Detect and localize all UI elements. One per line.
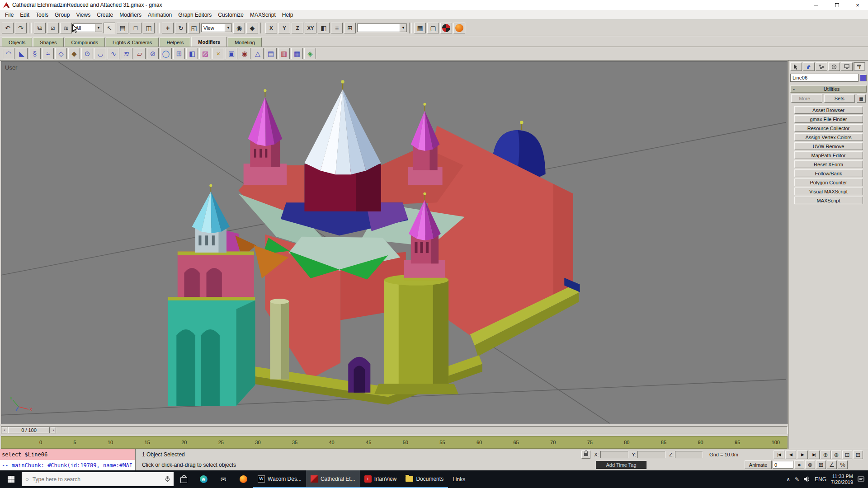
slice-modifier-icon[interactable]: ⊘: [147, 48, 159, 59]
schematic-view-icon[interactable]: ▦: [414, 23, 426, 33]
window-crossing-icon[interactable]: ◫: [143, 23, 155, 33]
utility-button[interactable]: Resource Collector: [794, 124, 863, 132]
previous-frame-arrow[interactable]: ‹: [2, 427, 7, 433]
select-and-rotate-icon[interactable]: ↻: [175, 23, 187, 33]
small-cylinder[interactable]: [270, 299, 289, 380]
utilities-tab[interactable]: [854, 62, 865, 71]
menu-item[interactable]: Views: [73, 10, 94, 19]
axis-constraint-button[interactable]: Z: [292, 23, 303, 33]
time-slider-handle[interactable]: 0 / 100: [8, 427, 50, 433]
reference-coordinate-dropdown[interactable]: View ▼: [201, 23, 232, 32]
menu-item[interactable]: Graph Editors: [175, 10, 215, 19]
taskbar-edge-button[interactable]: e: [193, 470, 213, 488]
x-coordinate-field[interactable]: [600, 451, 628, 458]
ffd-modifier-icon[interactable]: ◈: [304, 48, 316, 59]
maximize-button[interactable]: [826, 0, 847, 10]
upper-left-spire[interactable]: [244, 89, 287, 185]
utility-button[interactable]: Assign Vertex Colors: [794, 133, 863, 141]
sets-button[interactable]: Sets: [824, 94, 855, 103]
use-pivot-center-icon[interactable]: ◉: [233, 23, 245, 33]
taskbar-firefox-button[interactable]: [233, 470, 253, 488]
tab-objects[interactable]: Objects: [2, 38, 32, 47]
hierarchy-tab[interactable]: [816, 62, 827, 71]
tab-helpers[interactable]: Helpers: [160, 38, 190, 47]
modify-tab[interactable]: [803, 62, 815, 71]
menu-item[interactable]: Create: [94, 10, 116, 19]
taskbar-app-irfanview[interactable]: i IrfanView: [360, 470, 401, 488]
add-time-tag-button[interactable]: Add Time Tag: [596, 461, 646, 469]
close-button[interactable]: ×: [847, 0, 868, 10]
taskbar-mail-button[interactable]: ✉: [213, 470, 233, 488]
microphone-icon[interactable]: [165, 476, 170, 483]
select-by-name-icon[interactable]: ▤: [117, 23, 128, 33]
maximize-viewport-icon[interactable]: ⊞: [816, 460, 826, 469]
playback-button[interactable]: ▶|: [809, 450, 820, 459]
tab-modifiers[interactable]: Modifiers: [191, 37, 227, 47]
spherify-modifier-icon[interactable]: ◯: [160, 48, 172, 59]
animate-button[interactable]: Animate: [745, 460, 772, 469]
maxscript-mini-listener[interactable]: select $Line06 -- mainChunk: #Chunk(id:1…: [0, 449, 136, 470]
zoom-icon[interactable]: ⊕: [821, 450, 830, 459]
start-button[interactable]: [0, 470, 22, 488]
axis-constraint-button[interactable]: X: [265, 23, 277, 33]
utility-button[interactable]: MapPath Editor: [794, 151, 863, 159]
bind-to-space-warp-icon[interactable]: ≋: [60, 23, 72, 33]
menu-item[interactable]: Animation: [145, 10, 175, 19]
select-and-manipulate-icon[interactable]: ◆: [246, 23, 258, 33]
playback-button[interactable]: |◀: [774, 450, 784, 459]
ripple-modifier-icon[interactable]: ∿: [108, 48, 119, 59]
utility-button[interactable]: MAXScript: [794, 197, 863, 204]
chevron-down-icon[interactable]: ▼: [95, 24, 102, 32]
volume-icon[interactable]: [804, 476, 810, 482]
optimize-modifier-icon[interactable]: ◉: [239, 48, 250, 59]
menu-item[interactable]: Tools: [33, 10, 52, 19]
menu-item[interactable]: Customize: [215, 10, 247, 19]
tab-modeling[interactable]: Modeling: [228, 38, 262, 47]
squeeze-modifier-icon[interactable]: ◆: [68, 48, 80, 59]
track-view-icon[interactable]: ▢: [427, 23, 439, 33]
y-coordinate-field[interactable]: [637, 451, 665, 458]
menu-item[interactable]: Group: [52, 10, 73, 19]
redo-icon[interactable]: ↷: [15, 23, 27, 33]
utility-button[interactable]: Reset XForm: [794, 160, 863, 168]
key-mode-icon[interactable]: ●: [794, 460, 804, 469]
meshsmooth-modifier-icon[interactable]: ▣: [226, 48, 237, 59]
next-frame-arrow[interactable]: ›: [51, 427, 56, 433]
snap-toggle-icon[interactable]: ∠: [827, 460, 837, 469]
menu-item[interactable]: File: [2, 10, 17, 19]
percent-snap-icon[interactable]: %: [838, 460, 848, 469]
editmesh-modifier-icon[interactable]: ▥: [278, 48, 290, 59]
track-bar[interactable]: 0510152025303540455055606570758085909510…: [1, 436, 788, 449]
object-color-swatch[interactable]: [860, 75, 867, 81]
current-frame-field[interactable]: 0: [773, 461, 793, 469]
taskbar-links-toolbar[interactable]: Links: [448, 470, 470, 488]
viewport-3d-model[interactable]: [1, 61, 787, 424]
configure-button-sets-icon[interactable]: ▦: [857, 94, 866, 103]
displace-modifier-icon[interactable]: ▨: [199, 48, 211, 59]
tab-compounds[interactable]: Compounds: [65, 38, 105, 47]
array-icon[interactable]: ⊞: [344, 23, 356, 33]
display-tab[interactable]: [841, 62, 853, 71]
taskbar-store-button[interactable]: [174, 470, 193, 488]
minimize-button[interactable]: [806, 0, 826, 10]
undo-icon[interactable]: ↶: [2, 23, 14, 33]
taskbar-app-wacom[interactable]: W Wacom Des...: [253, 470, 306, 488]
language-indicator[interactable]: ENG: [815, 476, 826, 483]
mirror-icon[interactable]: ◧: [318, 23, 330, 33]
render-scene-icon[interactable]: [453, 23, 465, 33]
axis-constraint-button[interactable]: XY: [305, 23, 316, 33]
utility-button[interactable]: Follow/Bank: [794, 169, 863, 177]
lattice-modifier-icon[interactable]: ⊞: [173, 48, 185, 59]
object-name-field[interactable]: Line06: [790, 74, 859, 82]
stretch-modifier-icon[interactable]: ◇: [55, 48, 67, 59]
listener-pink-line[interactable]: select $Line06: [0, 449, 135, 460]
taper-modifier-icon[interactable]: ◣: [16, 48, 28, 59]
rectangular-selection-region-icon[interactable]: □: [130, 23, 142, 33]
search-input[interactable]: [33, 476, 161, 483]
utility-button[interactable]: Asset Browser: [794, 106, 863, 114]
create-tab[interactable]: [790, 62, 802, 71]
menu-item[interactable]: MAXScript: [247, 10, 279, 19]
bend-modifier-icon[interactable]: ◠: [3, 48, 14, 59]
listener-white-line[interactable]: -- mainChunk: #Chunk(id:19789, name:#MAI: [0, 460, 135, 471]
menu-item[interactable]: Help: [279, 10, 297, 19]
